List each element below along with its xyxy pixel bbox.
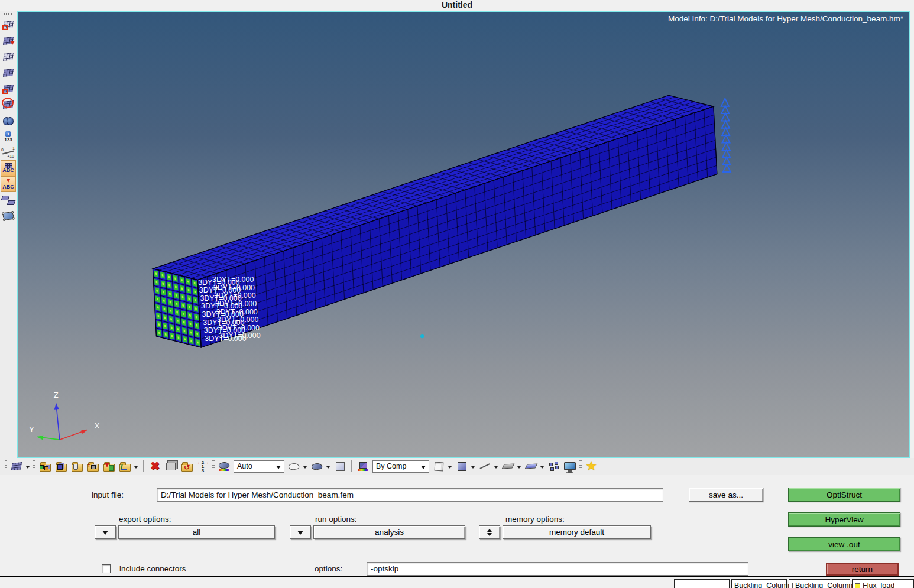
transparent-geometry-icon[interactable] <box>333 459 346 473</box>
card-editor-icon[interactable] <box>164 459 177 473</box>
shaded-elements-dropdown-icon[interactable] <box>471 466 475 470</box>
1d-element-dropdown-icon[interactable] <box>494 466 498 470</box>
svg-text:X: X <box>95 421 100 430</box>
svg-text:3DYT=0.000: 3DYT=0.000 <box>215 300 257 308</box>
display-toolbar: i 123 0 1 +10 ABC ABC <box>0 11 17 458</box>
hyperview-button[interactable]: HyperView <box>788 512 900 527</box>
2d-element-dropdown-icon[interactable] <box>517 466 521 470</box>
standard-toolbar: t ✖ ↺ ←2→ 1 3 Auto By Comp <box>0 458 914 475</box>
loadstep-swatch <box>792 583 793 588</box>
export-options-switch[interactable] <box>95 525 116 539</box>
save-as-button[interactable]: save as... <box>689 488 763 502</box>
svg-text:3DYT=0.000: 3DYT=0.000 <box>217 316 258 324</box>
geometry-color-mode-select[interactable]: Auto <box>234 460 284 473</box>
2d-element-display-icon[interactable] <box>501 459 514 473</box>
numbers-label: 123 <box>4 137 12 142</box>
run-options-label: run options: <box>315 515 357 524</box>
3d-element-display-icon[interactable] <box>524 459 537 473</box>
save-model-icon[interactable] <box>70 459 83 473</box>
wireframe-elements-icon[interactable] <box>432 459 445 473</box>
run-options-value[interactable]: analysis <box>313 525 465 539</box>
numbers-icon[interactable]: i 123 <box>1 128 16 144</box>
optistruct-run-panel: input file: save as... OptiStruct export… <box>0 475 914 576</box>
window-title: Untitled <box>0 0 914 11</box>
mesh-display-dropdown-icon[interactable] <box>26 466 30 470</box>
element-color-mode-icon[interactable] <box>356 459 370 473</box>
shaded-elements-mode-icon[interactable] <box>455 459 468 473</box>
toolbar-grip[interactable] <box>33 460 35 472</box>
display-load-labels-icon[interactable]: ABC <box>1 176 16 192</box>
shaded-geometry-icon[interactable] <box>310 459 323 473</box>
loadstep-swatch <box>855 583 860 588</box>
loadstep-box[interactable]: Buckling_Column <box>789 579 850 588</box>
export-options-value[interactable]: all <box>118 525 275 539</box>
hypermesh-window: Untitled i 123 0 1 +10 ABC ABC <box>0 0 914 588</box>
delete-icon[interactable]: ✖ <box>148 459 161 473</box>
display-element-labels-icon[interactable]: ABC <box>1 160 16 176</box>
graphics-viewport[interactable]: 3DYT=0.0003DYT=0.0003DYT=0.0003DYT=0.000… <box>17 11 910 458</box>
svg-text:3DYT=0.000: 3DYT=0.000 <box>213 284 255 292</box>
wireframe-elements-dropdown-icon[interactable] <box>448 466 452 470</box>
geometry-color-mode-icon[interactable] <box>218 459 231 473</box>
measure-icon[interactable]: 0 1 +10 <box>1 144 16 160</box>
view-out-button[interactable]: view .out <box>788 537 900 551</box>
new-model-icon[interactable] <box>38 459 51 473</box>
options-label: options: <box>315 564 342 573</box>
import-model-icon[interactable] <box>102 459 115 473</box>
optistruct-button[interactable]: OptiStruct <box>788 488 900 502</box>
find-entities-icon[interactable] <box>1 112 16 128</box>
shaded-geometry-dropdown-icon[interactable] <box>326 466 330 470</box>
input-file-label: input file: <box>92 490 124 499</box>
import-solver-deck-icon[interactable]: t <box>86 459 99 473</box>
mesh-display-style-icon[interactable] <box>10 459 23 473</box>
organize-icon[interactable]: ↺ <box>180 459 193 473</box>
visualization-surface-icon[interactable] <box>1 208 16 224</box>
status-bar: Buckling_Column Buckling_Column Flux_loa… <box>0 576 914 588</box>
1d-element-display-icon[interactable] <box>478 459 491 473</box>
open-model-icon[interactable] <box>54 459 67 473</box>
memory-options-switch[interactable] <box>479 525 500 539</box>
svg-text:3DYT=0.000: 3DYT=0.000 <box>218 324 260 332</box>
spherical-clipping-icon[interactable] <box>1 96 16 112</box>
svg-text:3DYT=0.000: 3DYT=0.000 <box>219 332 260 340</box>
svg-text:3DYT=0.000: 3DYT=0.000 <box>212 275 254 284</box>
model-info-banner: Model Info: D:/Trial Models for Hyper Me… <box>668 14 903 23</box>
export-model-icon[interactable] <box>118 459 131 473</box>
toolbar-grip[interactable] <box>5 460 7 472</box>
svg-text:3DYT=0.000: 3DYT=0.000 <box>214 291 255 300</box>
wireframe-elements-skin-icon[interactable] <box>1 48 16 64</box>
mesh-orientation-icon[interactable] <box>1 33 16 48</box>
include-connectors-label: include connectors <box>119 564 186 573</box>
performance-graphics-icon[interactable] <box>563 459 576 473</box>
input-file-field[interactable] <box>157 488 663 502</box>
shaded-elements-icon[interactable] <box>1 64 16 80</box>
separator <box>143 460 144 472</box>
3d-element-dropdown-icon[interactable] <box>540 466 544 470</box>
beam-model-scene: 3DYT=0.0003DYT=0.0003DYT=0.0003DYT=0.000… <box>18 12 909 457</box>
include-connectors-checkbox[interactable] <box>102 564 111 573</box>
shaded-elements-mesh-lines-icon[interactable] <box>1 17 16 33</box>
toolbar-grip[interactable] <box>212 460 215 472</box>
run-options-switch[interactable] <box>290 525 311 539</box>
wireframe-geometry-icon[interactable] <box>287 459 300 473</box>
toolbar-grip[interactable] <box>579 460 582 472</box>
parts-display-icon[interactable] <box>547 459 560 473</box>
reverse-normals-icon[interactable] <box>1 192 16 208</box>
loadstep-box[interactable]: Flux_load <box>852 579 914 588</box>
toolbar-grip[interactable] <box>4 13 13 15</box>
loadstep-box[interactable]: Buckling_Column <box>731 579 787 588</box>
export-dropdown-icon[interactable] <box>134 466 138 470</box>
loadstep-box-empty[interactable] <box>674 579 730 588</box>
return-button[interactable]: return <box>826 563 899 576</box>
memory-options-label: memory options: <box>505 515 565 524</box>
export-options-label: export options: <box>119 515 171 524</box>
favorites-icon[interactable]: ★ <box>585 459 598 473</box>
element-handles-icon[interactable] <box>1 80 16 96</box>
svg-text:Y: Y <box>29 425 34 434</box>
renumber-icon[interactable]: ←2→ 1 3 <box>196 459 209 473</box>
svg-text:Z: Z <box>54 391 59 399</box>
memory-options-value[interactable]: memory default <box>503 525 651 539</box>
element-color-mode-select[interactable]: By Comp <box>372 460 429 473</box>
options-field[interactable] <box>367 562 748 576</box>
wireframe-geometry-dropdown-icon[interactable] <box>303 466 307 470</box>
